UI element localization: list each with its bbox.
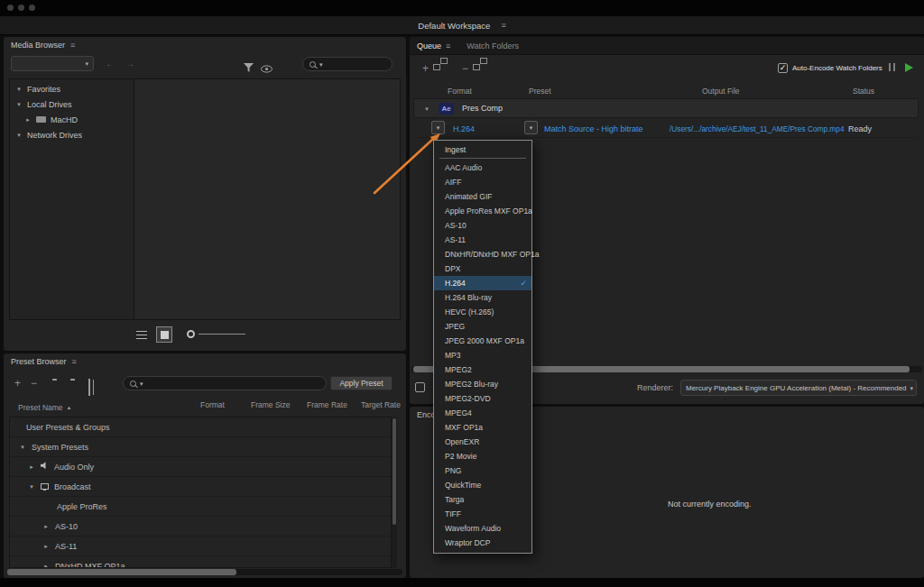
- menu-item-selected[interactable]: H.264 ✓: [434, 276, 531, 290]
- menu-item[interactable]: AS-11: [434, 233, 531, 247]
- menu-item[interactable]: MPEG2 Blu-ray: [434, 377, 531, 391]
- preset-row-user-presets[interactable]: User Presets & Groups: [10, 417, 391, 437]
- chevron-down-icon[interactable]: ▾: [15, 132, 23, 138]
- menu-item[interactable]: AS-10: [434, 218, 531, 233]
- menu-item[interactable]: Targa: [434, 492, 531, 507]
- remove-button[interactable]: −: [462, 63, 468, 74]
- output-file-link[interactable]: /Users/.../archive/AEJ/test_11_AME/Pres …: [670, 124, 845, 133]
- chevron-down-icon[interactable]: ▾: [319, 61, 323, 68]
- chevron-down-icon[interactable]: ▾: [423, 105, 430, 112]
- menu-item[interactable]: JPEG: [434, 319, 531, 334]
- preset-row-as10[interactable]: ▸ AS-10: [10, 517, 391, 537]
- sidebar-item-machd[interactable]: ▸ MacHD: [10, 112, 134, 127]
- chevron-down-icon[interactable]: ▾: [15, 86, 23, 92]
- sidebar-item-network-drives[interactable]: ▾ Network Drives: [10, 127, 134, 142]
- chevron-right-icon[interactable]: ▸: [28, 463, 35, 470]
- sidebar-item-local-drives[interactable]: ▾ Local Drives: [10, 96, 134, 112]
- delete-preset-button[interactable]: −: [31, 378, 37, 389]
- preset-row-as11[interactable]: ▸ AS-11: [10, 537, 391, 556]
- renderer-dropdown[interactable]: Mercury Playback Engine GPU Acceleration…: [680, 380, 917, 396]
- sidebar-item-favorites[interactable]: ▾ Favorites: [10, 81, 134, 96]
- auto-encode-checkbox[interactable]: ✓: [778, 63, 788, 73]
- menu-item[interactable]: MPEG2: [434, 362, 531, 377]
- column-target-rate[interactable]: Target Rate: [361, 400, 401, 409]
- chevron-down-icon[interactable]: ▾: [28, 483, 35, 490]
- eye-icon[interactable]: [261, 60, 273, 77]
- menu-item[interactable]: Waveform Audio: [434, 521, 531, 536]
- forward-button[interactable]: →: [125, 60, 134, 69]
- chevron-right-icon[interactable]: ▸: [42, 543, 50, 549]
- tab-watch-folders[interactable]: Watch Folders: [467, 41, 519, 50]
- format-dropdown-button[interactable]: ▾: [431, 121, 445, 134]
- preset-horizontal-scrollbar[interactable]: [7, 569, 402, 575]
- import-preset-icon[interactable]: [88, 379, 90, 396]
- menu-item[interactable]: PNG: [434, 463, 531, 478]
- menu-item[interactable]: DPX: [434, 261, 531, 276]
- apply-preset-button[interactable]: Apply Preset: [330, 376, 393, 390]
- traffic-light-minimize[interactable]: [18, 5, 24, 11]
- menu-header-ingest[interactable]: Ingest: [434, 141, 531, 158]
- menu-item[interactable]: JPEG 2000 MXF OP1a: [434, 334, 531, 348]
- pause-icon[interactable]: [889, 63, 895, 71]
- source-name[interactable]: Pres Comp: [462, 104, 503, 113]
- chevron-down-icon[interactable]: ▾: [15, 101, 23, 107]
- preset-row-apple-prores[interactable]: Apple ProRes: [10, 497, 391, 517]
- zoom-slider-knob[interactable]: [187, 330, 195, 338]
- preset-row-broadcast[interactable]: ▾ Broadcast: [10, 477, 391, 497]
- preset-vertical-scrollbar[interactable]: [392, 417, 397, 568]
- preset-dropdown-button[interactable]: ▾: [524, 121, 538, 134]
- add-source-button[interactable]: +: [422, 63, 429, 74]
- panel-menu-icon[interactable]: ≡: [72, 357, 77, 366]
- back-button[interactable]: ←: [106, 60, 115, 69]
- create-preset-button[interactable]: +: [14, 378, 21, 389]
- preset-value[interactable]: Match Source - High bitrate: [544, 124, 643, 133]
- panel-menu-icon[interactable]: ≡: [446, 41, 450, 50]
- queue-output-row[interactable]: ▾ H.264 ▾ Match Source - High bitrate /U…: [413, 118, 919, 138]
- panel-menu-icon[interactable]: ≡: [70, 41, 75, 50]
- queue-footer-checkbox[interactable]: [415, 382, 425, 392]
- preset-row-dnxhd[interactable]: ▸ DNxHD MXF OP1a: [10, 556, 391, 568]
- menu-item[interactable]: Animated GIF: [434, 189, 531, 204]
- file-type-dropdown[interactable]: ▾: [11, 56, 94, 71]
- menu-item[interactable]: OpenEXR: [434, 435, 531, 449]
- column-format[interactable]: Format: [200, 400, 225, 409]
- chevron-down-icon[interactable]: ▾: [140, 381, 143, 387]
- format-value[interactable]: H.264: [453, 124, 475, 133]
- preset-row-audio-only[interactable]: ▸ Audio Only: [10, 457, 391, 477]
- column-frame-rate[interactable]: Frame Rate: [307, 400, 347, 409]
- menu-item[interactable]: Wraptor DCP: [434, 536, 531, 550]
- menu-item[interactable]: MXF OP1a: [434, 420, 531, 435]
- media-search-input[interactable]: [327, 60, 385, 69]
- zoom-slider-track[interactable]: [199, 334, 245, 335]
- workspace-menu-icon[interactable]: ≡: [501, 21, 505, 30]
- workspace-tab[interactable]: Default Workspace: [418, 21, 490, 31]
- thumbnail-view-icon[interactable]: [156, 326, 172, 343]
- traffic-light-zoom[interactable]: [29, 5, 35, 11]
- traffic-light-close[interactable]: [7, 5, 14, 11]
- menu-item[interactable]: DNxHR/DNxHD MXF OP1a: [434, 247, 531, 261]
- filter-icon[interactable]: [244, 60, 254, 76]
- menu-item[interactable]: AIFF: [434, 175, 531, 189]
- menu-item[interactable]: MP3: [434, 348, 531, 362]
- menu-item[interactable]: TIFF: [434, 507, 531, 521]
- column-frame-size[interactable]: Frame Size: [251, 400, 290, 409]
- chevron-down-icon[interactable]: ▾: [19, 444, 26, 450]
- menu-item[interactable]: QuickTime: [434, 478, 531, 492]
- menu-item[interactable]: AAC Audio: [434, 161, 531, 175]
- column-preset-name[interactable]: Preset Name: [18, 403, 63, 412]
- tab-queue[interactable]: Queue ≡: [417, 41, 450, 50]
- queue-group-row[interactable]: ▾ Ae Pres Comp: [413, 98, 919, 118]
- menu-item[interactable]: MPEG2-DVD: [434, 391, 531, 406]
- menu-item[interactable]: Apple ProRes MXF OP1a: [434, 204, 531, 218]
- menu-item[interactable]: P2 Movie: [434, 449, 531, 463]
- menu-item[interactable]: MPEG4: [434, 406, 531, 420]
- preset-search-input[interactable]: [147, 379, 319, 388]
- list-view-icon[interactable]: [136, 331, 147, 339]
- start-queue-icon[interactable]: [905, 63, 913, 72]
- menu-item[interactable]: HEVC (H.265): [434, 305, 531, 319]
- chevron-right-icon[interactable]: ▸: [24, 116, 32, 123]
- chevron-right-icon[interactable]: ▸: [42, 563, 50, 568]
- menu-item[interactable]: H.264 Blu-ray: [434, 290, 531, 305]
- preset-row-system-presets[interactable]: ▾ System Presets: [10, 437, 391, 457]
- auto-encode-label[interactable]: Auto-Encode Watch Folders: [792, 64, 882, 72]
